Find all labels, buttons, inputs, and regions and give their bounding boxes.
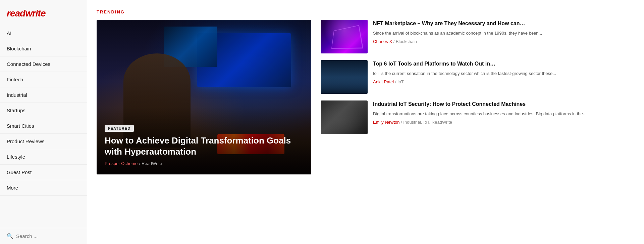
featured-overlay: FEATURED How to Achieve Digital Transfor… bbox=[97, 118, 311, 174]
article-title: Top 6 IoT Tools and Platforms to Watch O… bbox=[373, 60, 633, 68]
article-category: / Blockchain bbox=[392, 39, 417, 44]
article-category: / IoT bbox=[394, 79, 404, 84]
sidebar-nav-link[interactable]: Lifestyle bbox=[0, 149, 87, 164]
sidebar-nav-item: Startups bbox=[0, 103, 87, 118]
sidebar-nav-link[interactable]: Startups bbox=[0, 103, 87, 118]
article-excerpt: Since the arrival of blockchains as an a… bbox=[373, 30, 633, 37]
article-excerpt: Digital transformations are taking place… bbox=[373, 111, 633, 117]
search-input[interactable] bbox=[16, 233, 80, 239]
articles-column: NFT Marketplace – Why are They Necessary… bbox=[321, 20, 633, 174]
sidebar-nav-item: Smart Cities bbox=[0, 118, 87, 134]
sidebar-nav-item: Guest Post bbox=[0, 165, 87, 180]
sidebar-nav-item: Connected Devices bbox=[0, 56, 87, 72]
nav-list: AIBlockchainConnected DevicesFintechIndu… bbox=[0, 26, 87, 228]
article-author[interactable]: Emily Newton bbox=[373, 120, 399, 125]
sidebar-nav-item: Blockchain bbox=[0, 41, 87, 56]
sidebar-nav-link[interactable]: Guest Post bbox=[0, 165, 87, 180]
article-category: / Industrial, IoT, ReadWrite bbox=[399, 120, 452, 125]
sidebar-nav-item: Product Reviews bbox=[0, 134, 87, 149]
featured-article[interactable]: FEATURED How to Achieve Digital Transfor… bbox=[97, 20, 311, 174]
sidebar-nav-item: AI bbox=[0, 26, 87, 41]
article-title: Industrial IoT Security: How to Protect … bbox=[373, 100, 633, 108]
site-logo[interactable]: readwrite bbox=[7, 8, 46, 18]
sidebar-nav-item: Lifestyle bbox=[0, 149, 87, 165]
sidebar-nav-link[interactable]: Blockchain bbox=[0, 41, 87, 56]
article-content: NFT Marketplace – Why are They Necessary… bbox=[373, 20, 633, 44]
article-meta: Ankit Patel / IoT bbox=[373, 79, 633, 84]
featured-title: How to Achieve Digital Transformation Go… bbox=[105, 135, 303, 157]
sidebar-nav-link[interactable]: Smart Cities bbox=[0, 118, 87, 133]
article-card[interactable]: NFT Marketplace – Why are They Necessary… bbox=[321, 20, 633, 53]
article-thumbnail bbox=[321, 100, 368, 134]
featured-author[interactable]: Prosper Ocheme bbox=[105, 161, 138, 166]
sidebar-nav-link[interactable]: Industrial bbox=[0, 87, 87, 103]
article-excerpt: IoT is the current sensation in the tech… bbox=[373, 70, 633, 77]
article-author[interactable]: Ankit Patel bbox=[373, 79, 394, 84]
featured-badge: FEATURED bbox=[105, 125, 134, 132]
sidebar-nav-item: Fintech bbox=[0, 72, 87, 87]
featured-publisher: / ReadWrite bbox=[139, 161, 162, 166]
sidebar-nav-item: More bbox=[0, 180, 87, 196]
article-meta: Charles X / Blockchain bbox=[373, 39, 633, 44]
article-content: Top 6 IoT Tools and Platforms to Watch O… bbox=[373, 60, 633, 84]
article-title: NFT Marketplace – Why are They Necessary… bbox=[373, 20, 633, 27]
main-content: TRENDING FEATURED How to Achieve Digital… bbox=[87, 0, 644, 244]
sidebar-nav-link[interactable]: More bbox=[0, 180, 87, 195]
sidebar-nav-link[interactable]: Connected Devices bbox=[0, 56, 87, 72]
article-content: Industrial IoT Security: How to Protect … bbox=[373, 100, 633, 125]
sidebar: readwrite AIBlockchainConnected DevicesF… bbox=[0, 0, 87, 244]
sidebar-nav-item: Industrial bbox=[0, 87, 87, 103]
content-grid: FEATURED How to Achieve Digital Transfor… bbox=[97, 20, 633, 174]
search-icon: 🔍 bbox=[7, 233, 13, 239]
article-thumbnail bbox=[321, 20, 368, 53]
article-card[interactable]: Industrial IoT Security: How to Protect … bbox=[321, 100, 633, 134]
sidebar-nav-link[interactable]: Fintech bbox=[0, 72, 87, 87]
article-meta: Emily Newton / Industrial, IoT, ReadWrit… bbox=[373, 120, 633, 125]
search-area: 🔍 bbox=[0, 228, 87, 244]
article-thumbnail bbox=[321, 60, 368, 94]
sidebar-nav-link[interactable]: Product Reviews bbox=[0, 134, 87, 149]
logo-area: readwrite bbox=[0, 0, 87, 26]
sidebar-nav-link[interactable]: AI bbox=[0, 26, 87, 41]
trending-label: TRENDING bbox=[97, 9, 633, 14]
article-card[interactable]: Top 6 IoT Tools and Platforms to Watch O… bbox=[321, 60, 633, 94]
article-author[interactable]: Charles X bbox=[373, 39, 392, 44]
